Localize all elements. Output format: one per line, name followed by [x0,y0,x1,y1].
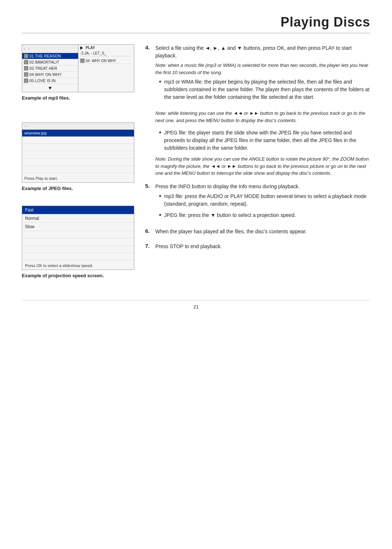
music-icon-2: ♪ [24,60,28,64]
jpeg-empty-3 [22,151,134,158]
step-4: 4. Select a file using the ◄, ►, ▲ and ▼… [145,44,370,105]
page-footer: 21 [22,300,370,313]
speed-slow: Slow [22,223,134,231]
mp3-caption: Example of mp3 files. [22,95,134,101]
music-icon-4: ♪ [24,72,28,77]
mp3-file-3: 03.TREAT HER [29,66,57,70]
step-5-bullet-1-text: mp3 file: press the AUDIO or PLAY MODE b… [164,193,370,208]
step-4-number: 4. [145,44,152,105]
step-5-bullet-2-text: JPEG file: press the ▼ button to select … [164,211,370,219]
speed-normal: Normal [22,214,134,223]
page-title: Playing Discs [281,15,370,29]
mp3-file-4: 04.WHY ON WHY [29,72,62,77]
bullet-dot-3: • [159,193,161,208]
step-4-content: Select a file using the ◄, ►, ▲ and ▼ bu… [155,44,370,105]
right-column: 4. Select a file using the ◄, ►, ▲ and ▼… [145,44,370,286]
page-number: 21 [193,304,199,310]
step-5-number: 5. [145,183,152,223]
music-icon-5: ♪ [24,78,28,83]
jpeg-caption: Example of JPEG files. [22,186,134,191]
step-4-bullet-1: • mp3 or WMA file: the player begins by … [159,78,370,101]
page-container: Playing Discs · · ♪ 01.THE REASON ♪ 02.I [0,0,392,335]
mp3-file-2: 02.IMMORTALIT [29,60,59,64]
speed-fast: Fast [22,206,134,214]
mp3-right-file: 04. WHY ON WHY [86,59,116,63]
step-4-text: Select a file using the ◄, ►, ▲ and ▼ bu… [155,44,370,60]
content-columns: · · ♪ 01.THE REASON ♪ 02.IMMORTALIT ♪ 03… [22,44,370,286]
jpeg-empty-5 [22,166,134,173]
step-6-content: When the player has played all the files… [155,228,370,238]
music-icon-3: ♪ [24,66,28,70]
step-6: 6. When the player has played all the fi… [145,228,370,238]
speed-screenshot-box: Fast Normal Slow Press OK to select a sl… [22,206,134,270]
music-icon-right: ♪ [80,58,85,63]
step-6-text: When the player has played all the files… [155,228,370,235]
step-7-text: Press STOP to end playback. [155,243,370,250]
bullet-dot-4: • [159,211,161,219]
mp3-right-panel: PLAY -3.JA- - LET_S_ ♪ 04. WHY ON WHY [78,45,134,92]
step-4-note2: Note: while listening you can use the ◄◄… [155,110,370,124]
mp3-down-arrow: ▼ [22,84,78,92]
jpeg-bullet-text: JPEG file: the player starts the slide s… [164,129,370,152]
jpeg-selected-row: wiseview.jpg [22,130,134,137]
step-5-bullet-1: • mp3 file: press the AUDIO or PLAY MODE… [159,193,370,208]
step-5-text: Press the INFO button to display the Inf… [155,183,370,190]
step-7-number: 7. [145,243,152,253]
jpeg-empty-1 [22,137,134,144]
mp3-file-1: 01.THE REASON [29,54,61,58]
speed-caption: Example of projection speed screen. [22,273,134,278]
mp3-left-panel: · · ♪ 01.THE REASON ♪ 02.IMMORTALIT ♪ 03… [22,45,78,92]
left-column: · · ♪ 01.THE REASON ♪ 02.IMMORTALIT ♪ 03… [22,44,134,286]
mp3-screenshot-box: · · ♪ 01.THE REASON ♪ 02.IMMORTALIT ♪ 03… [22,44,134,92]
bullet-dot-2: • [159,129,161,152]
mp3-header-dots: · · [24,46,30,52]
music-icon-1: ♪ [24,54,28,58]
slideshow-note: Note: During the slide show you can use … [155,156,370,177]
speed-empty-4 [22,253,134,260]
mp3-right-subtitle: -3.JA- - LET_S_ [80,51,132,56]
step-4-bullet-1-text: mp3 or WMA file: the player begins by pl… [164,78,370,101]
page-header: Playing Discs [22,15,370,33]
step-7-content: Press STOP to end playback. [155,243,370,253]
speed-press-row: Press OK to select a slideshow speed. [22,262,134,270]
mp3-right-header: PLAY [80,46,132,50]
speed-empty-1 [22,231,134,238]
play-icon [80,46,83,50]
mp3-file-5: 05.LOVE IS IN [29,78,56,83]
jpeg-header-row: · · [22,123,134,130]
step-5-bullet-2: • JPEG file: press the ▼ button to selec… [159,211,370,219]
spacer-2 [22,198,134,206]
step-6-number: 6. [145,228,152,238]
jpeg-empty-2 [22,144,134,151]
bullet-dot-1: • [159,78,161,101]
jpeg-dots: · · [24,124,28,128]
jpeg-press-row: Press Play to start. [22,174,134,182]
mp3-right-file-row: ♪ 04. WHY ON WHY [80,58,132,64]
speed-empty-2 [22,238,134,246]
mp3-file-row-4: ♪ 04.WHY ON WHY [22,72,78,78]
step-5-content: Press the INFO button to display the Inf… [155,183,370,223]
speed-empty-3 [22,246,134,253]
jpeg-screenshot-box: · · wiseview.jpg Press Play to start. [22,122,134,183]
spacer-1 [22,108,134,122]
step-4-note1: Note: when a music file (mp3 or WMA) is … [155,62,370,76]
mp3-file-row-3: ♪ 03.TREAT HER [22,65,78,72]
jpeg-empty-4 [22,158,134,166]
step-5: 5. Press the INFO button to display the … [145,183,370,223]
step-7: 7. Press STOP to end playback. [145,243,370,253]
mp3-file-row-2: ♪ 02.IMMORTALIT [22,59,78,65]
jpeg-bullet: • JPEG file: the player starts the slide… [159,129,370,152]
mp3-file-row-5: ♪ 05.LOVE IS IN [22,78,78,84]
mp3-file-selected: ♪ 01.THE REASON [22,53,78,59]
mp3-header-row: · · [22,45,78,53]
mp3-play-label: PLAY [86,46,95,50]
